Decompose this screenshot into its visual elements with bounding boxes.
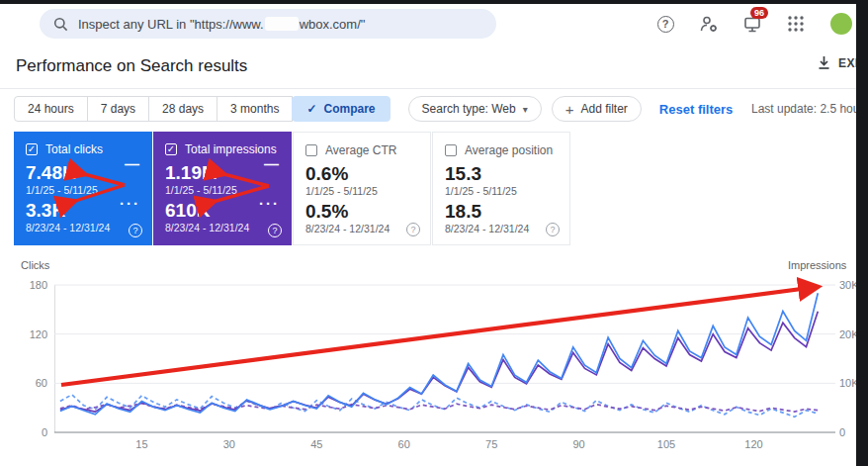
download-icon — [817, 55, 831, 70]
range-3-months[interactable]: 3 months — [217, 96, 293, 122]
search-console-window: Inspect any URL in "https://www.wbox.com… — [0, 0, 868, 466]
metric-cards: ✓ Total clicks 7.48K 1/1/25 - 5/11/25 3.… — [14, 132, 570, 245]
page-title: Performance on Search results — [16, 56, 247, 76]
notifications-icon[interactable]: 96 — [741, 13, 763, 35]
check-icon: ✓ — [306, 102, 316, 116]
search-type-dropdown[interactable]: Search type: Web ▾ — [408, 96, 542, 122]
url-inspect-placeholder: Inspect any URL in "https://www.wbox.com… — [78, 17, 365, 32]
range-7-days[interactable]: 7 days — [87, 96, 149, 122]
card-total-clicks[interactable]: ✓ Total clicks 7.48K 1/1/25 - 5/11/25 3.… — [14, 132, 152, 245]
dashed-line-indicator: ··· — [259, 195, 280, 212]
compare-toggle[interactable]: ✓ Compare — [292, 96, 390, 122]
range-28-days[interactable]: 28 days — [148, 96, 217, 122]
help-icon[interactable]: ? — [654, 13, 676, 35]
apps-grid-icon[interactable] — [785, 13, 807, 35]
filter-bar: 24 hours 7 days 28 days 3 months ✓ Compa… — [14, 95, 868, 123]
url-inspect-input[interactable]: Inspect any URL in "https://www.wbox.com… — [40, 9, 496, 39]
chart-canvas — [54, 285, 835, 432]
performance-chart[interactable] — [54, 285, 835, 432]
card-average-ctr[interactable]: Average CTR 0.6% 1/1/25 - 5/11/25 0.5% 8… — [293, 132, 431, 245]
help-icon[interactable]: ? — [129, 224, 142, 237]
checkbox-average-position[interactable] — [445, 144, 457, 156]
chevron-down-icon: ▾ — [523, 104, 528, 115]
checkbox-total-clicks[interactable]: ✓ — [26, 143, 38, 155]
avatar[interactable] — [828, 11, 854, 37]
search-icon — [53, 17, 68, 32]
top-app-bar: Inspect any URL in "https://www.wbox.com… — [0, 4, 868, 44]
card-average-position[interactable]: Average position 15.3 1/1/25 - 5/11/25 1… — [432, 132, 570, 245]
help-icon[interactable]: ? — [546, 223, 560, 236]
solid-line-indicator: — — [125, 155, 140, 172]
window-top-edge — [0, 0, 868, 4]
notification-badge: 96 — [750, 7, 768, 19]
card-total-impressions[interactable]: ✓ Total impressions 1.19M 1/1/25 - 5/11/… — [153, 132, 292, 245]
date-range-segment: 24 hours 7 days 28 days 3 months ✓ Compa… — [14, 96, 391, 122]
range-24-hours[interactable]: 24 hours — [14, 96, 88, 122]
page-header: Performance on Search results EXPORT — [0, 44, 868, 89]
user-settings-icon[interactable] — [698, 13, 720, 35]
help-icon[interactable]: ? — [268, 224, 282, 237]
previous-range: 8/23/24 - 12/31/24 — [26, 221, 140, 234]
reset-filters-link[interactable]: Reset filters — [659, 102, 733, 117]
window-right-edge — [856, 0, 868, 466]
checkbox-average-ctr[interactable] — [305, 144, 317, 156]
left-axis-title: Clicks — [21, 259, 49, 271]
last-update-text: Last update: 2.5 hours ago — [751, 102, 868, 116]
help-icon[interactable]: ? — [406, 223, 420, 236]
dashed-line-indicator: ··· — [120, 195, 140, 212]
add-filter-button[interactable]: + Add filter — [552, 96, 642, 122]
solid-line-indicator: — — [264, 155, 280, 172]
redacted-url-segment — [265, 17, 299, 31]
right-axis-title: Impressions — [788, 259, 846, 271]
checkbox-total-impressions[interactable]: ✓ — [165, 143, 177, 155]
plus-icon: + — [565, 101, 574, 118]
current-value: 7.48K — [26, 162, 140, 183]
